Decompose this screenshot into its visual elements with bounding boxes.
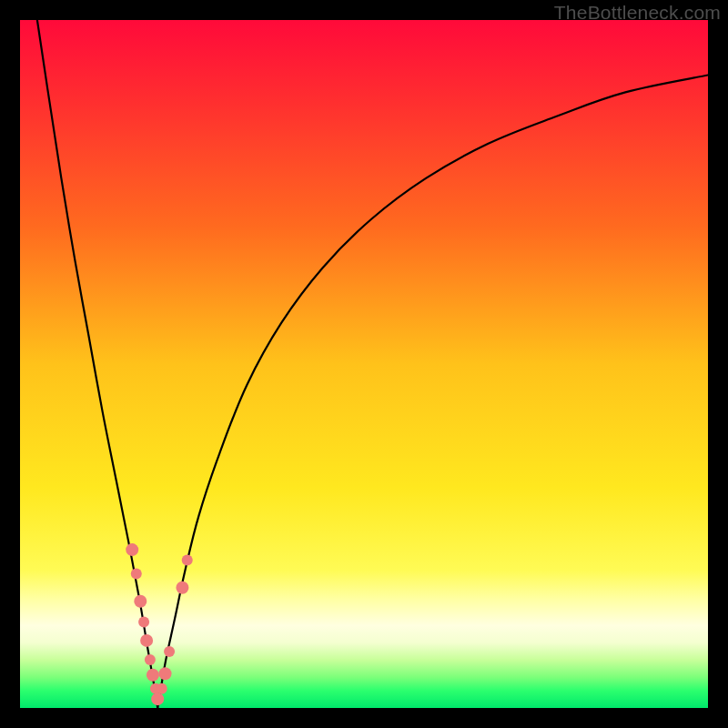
chart-plot-area — [20, 20, 708, 708]
marker-dot — [164, 646, 175, 657]
watermark-text: TheBottleneck.com — [554, 2, 721, 24]
marker-dot — [138, 617, 149, 628]
chart-frame: TheBottleneck.com — [0, 0, 728, 728]
marker-dot — [131, 569, 142, 580]
marker-dot — [140, 634, 153, 647]
marker-dot — [147, 669, 159, 682]
marker-dot — [182, 554, 193, 565]
gradient-background — [20, 20, 708, 708]
chart-svg — [20, 20, 708, 708]
marker-dot — [176, 581, 188, 594]
marker-dot — [151, 693, 164, 705]
marker-dot — [157, 683, 167, 694]
marker-dot — [126, 543, 138, 556]
marker-dot — [134, 595, 147, 608]
marker-dot — [145, 654, 156, 665]
marker-dot — [159, 667, 172, 680]
